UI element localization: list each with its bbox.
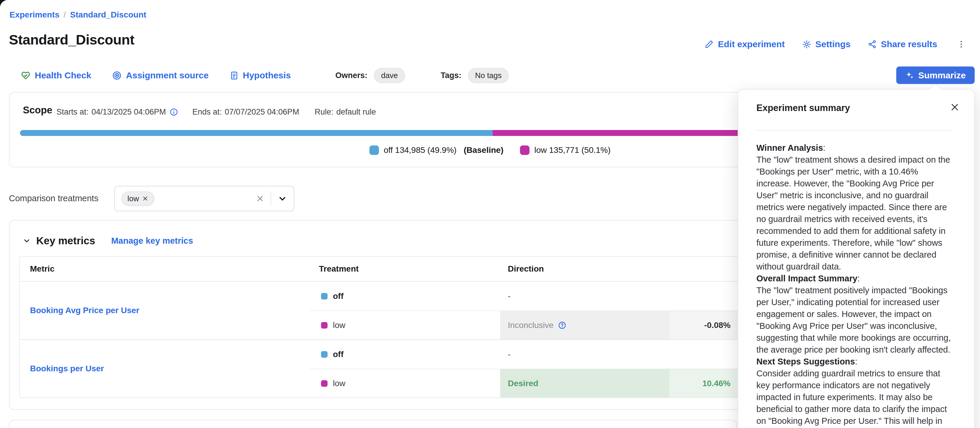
treatment-chip-label: low — [127, 194, 139, 203]
pencil-icon — [705, 40, 714, 49]
legend-low-text: low 135,771 (50.1%) — [534, 146, 611, 155]
legend-item-off: off 134,985 (49.9%) (Baseline) — [369, 146, 503, 155]
column-header-metric: Metric — [20, 264, 310, 274]
value-cell — [669, 340, 738, 369]
section-heading: Next Steps Suggestions — [756, 357, 855, 366]
rule-value: default rule — [336, 108, 376, 117]
health-check-label: Health Check — [35, 70, 91, 81]
next-section-card — [9, 420, 737, 428]
legend-item-low: low 135,771 (50.1%) — [520, 146, 611, 155]
off-swatch-icon — [321, 351, 328, 358]
question-icon[interactable] — [558, 321, 566, 330]
assignment-source-label: Assignment source — [126, 70, 208, 81]
direction-cell-inconclusive: Inconclusive — [500, 311, 669, 339]
low-swatch-icon — [321, 380, 328, 387]
settings-label: Settings — [816, 39, 851, 49]
value-cell: -0.08% — [669, 311, 738, 339]
ends-at-label: Ends at: — [192, 108, 222, 117]
column-header-direction: Direction — [500, 264, 669, 274]
manage-key-metrics-link[interactable]: Manage key metrics — [111, 236, 193, 246]
section-heading: Overall Impact Summary — [756, 274, 858, 283]
treatment-chip-low[interactable]: low — [121, 192, 154, 206]
health-check-link[interactable]: Health Check — [21, 70, 91, 81]
assignment-source-link[interactable]: Assignment source — [112, 70, 208, 81]
experiment-summary-panel: Experiment summary Winner Analysis: The … — [738, 89, 975, 428]
starts-at-label: Starts at: — [56, 108, 89, 117]
more-options-button[interactable] — [955, 39, 968, 50]
chip-remove-icon[interactable] — [142, 195, 148, 202]
document-icon — [229, 71, 239, 80]
panel-divider — [756, 130, 953, 131]
legend-off-text: off 134,985 (49.9%) — [384, 146, 457, 155]
breadcrumb-current[interactable]: Standard_Discount — [70, 10, 146, 20]
experiment-summary-title: Experiment summary — [756, 103, 850, 113]
summarize-label: Summarize — [918, 70, 966, 81]
header-actions: Edit experiment Settings Share results — [705, 39, 968, 50]
section-body: Consider adding guardrail metrics to ens… — [756, 368, 954, 428]
comparison-treatments-label: Comparison treatments — [9, 193, 98, 203]
starts-at-value: 04/13/2025 04:06PM — [91, 108, 166, 117]
close-icon[interactable] — [950, 102, 960, 112]
legend-baseline-text: (Baseline) — [464, 146, 503, 155]
low-swatch-icon — [321, 322, 328, 328]
comparison-treatments-select[interactable]: low — [115, 186, 294, 211]
direction-cell: - — [500, 282, 669, 311]
ends-at-value: 07/07/2025 04:06PM — [225, 108, 299, 117]
panel-notch — [929, 83, 942, 95]
select-clear-icon[interactable] — [250, 194, 270, 203]
section-body: The "low" treatment shows a desired impa… — [756, 154, 954, 273]
breadcrumb: Experiments / Standard_Discount — [10, 10, 146, 20]
tags-label: Tags: — [441, 71, 461, 80]
value-cell: 10.46% — [669, 369, 738, 398]
treatment-name: off — [333, 350, 344, 359]
allocation-segment-off — [20, 130, 493, 136]
metric-link-bookings-per-user[interactable]: Bookings per User — [30, 364, 104, 373]
page-title: Standard_Discount — [9, 32, 134, 48]
off-swatch-icon — [321, 293, 328, 300]
page: Experiments / Standard_Discount Standard… — [0, 0, 980, 428]
edit-experiment-button[interactable]: Edit experiment — [705, 39, 784, 49]
share-icon — [868, 40, 877, 49]
hypothesis-link[interactable]: Hypothesis — [229, 70, 291, 81]
breadcrumb-separator: / — [64, 10, 66, 20]
key-metrics-collapse-icon[interactable] — [22, 236, 31, 245]
hypothesis-label: Hypothesis — [243, 70, 291, 81]
off-swatch-icon — [369, 146, 379, 155]
heart-check-icon — [21, 71, 30, 81]
treatment-name: off — [333, 292, 344, 301]
direction-cell: - — [500, 340, 669, 369]
metric-link-booking-avg-price[interactable]: Booking Avg Price per User — [30, 306, 139, 315]
treatment-name: low — [333, 379, 345, 388]
breadcrumb-experiments[interactable]: Experiments — [10, 10, 59, 20]
rule-label: Rule: — [315, 108, 334, 117]
edit-experiment-label: Edit experiment — [718, 39, 784, 49]
info-icon[interactable] — [170, 108, 178, 116]
section-body: The "low" treatment positively impacted … — [756, 284, 954, 355]
scope-title: Scope — [23, 105, 52, 116]
treatment-name: low — [333, 320, 345, 330]
kebab-icon — [957, 40, 966, 49]
section-heading: Winner Analysis — [756, 143, 823, 152]
scope-meta: Starts at: 04/13/2025 04:06PM Ends at: 0… — [56, 108, 376, 117]
gear-icon — [802, 40, 811, 49]
target-icon — [112, 71, 122, 81]
key-metrics-title: Key metrics — [36, 235, 95, 247]
share-results-button[interactable]: Share results — [868, 39, 937, 49]
select-chevron-down-icon[interactable] — [271, 194, 294, 203]
subnav: Health Check Assignment source Hypothesi… — [21, 66, 509, 85]
sparkles-icon — [905, 71, 914, 80]
tags-pill[interactable]: No tags — [468, 68, 509, 83]
summarize-button[interactable]: Summarize — [896, 67, 975, 84]
owners-label: Owners: — [335, 71, 368, 80]
column-header-treatment: Treatment — [310, 264, 500, 274]
share-results-label: Share results — [881, 39, 937, 49]
owner-pill[interactable]: dave — [374, 68, 405, 83]
value-cell — [669, 282, 738, 311]
low-swatch-icon — [520, 146, 530, 155]
direction-cell-desired: Desired — [500, 369, 669, 398]
panel-body: Winner Analysis: The "low" treatment sho… — [756, 142, 954, 428]
settings-button[interactable]: Settings — [802, 39, 851, 49]
